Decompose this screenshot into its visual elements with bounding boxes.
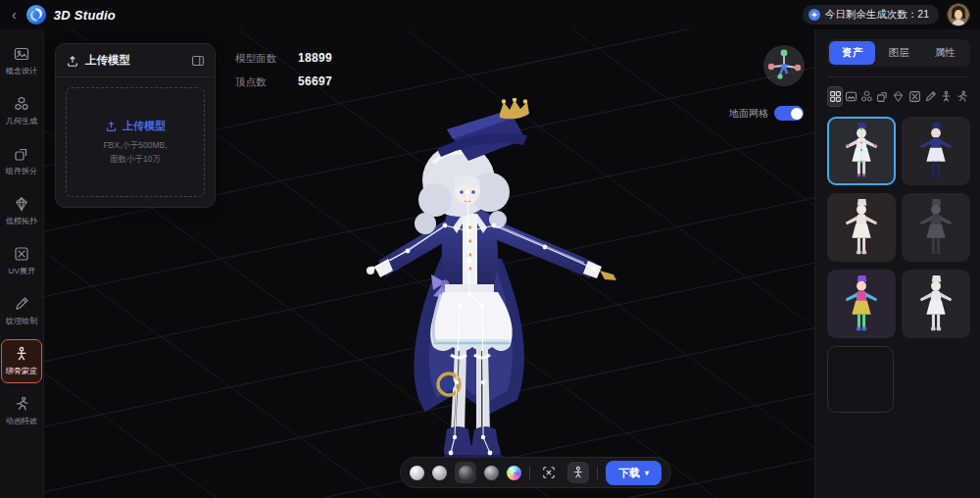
filter-uv-button[interactable] xyxy=(906,86,922,107)
tab-assets[interactable]: 资产 xyxy=(829,41,875,65)
model-stats: 模型面数 18899 顶点数 56697 xyxy=(235,51,332,89)
sidebar-item-uv[interactable]: UV展开 xyxy=(1,239,42,283)
thumbnail-rigged-t-pose[interactable] xyxy=(827,117,896,185)
material-sphere-dark-selected[interactable] xyxy=(455,462,476,483)
ground-grid-switch[interactable] xyxy=(774,106,804,121)
divider xyxy=(56,76,215,77)
sidebar-item-label: 概念设计 xyxy=(6,66,37,77)
sidebar-item-label: 几何生成 xyxy=(6,116,37,127)
download-label: 下载 xyxy=(618,466,640,480)
sidebar-item-label: 动画特效 xyxy=(6,416,37,427)
quota-text: 今日剩余生成次数：21 xyxy=(825,8,929,22)
material-sphere-white[interactable] xyxy=(410,466,424,480)
vertices-value: 56697 xyxy=(298,75,332,88)
divider xyxy=(597,467,598,479)
avatar[interactable] xyxy=(947,3,970,26)
bottom-toolbar: 下载 ▾ xyxy=(400,457,671,488)
animation-runner-icon xyxy=(14,396,29,412)
upload-dropzone[interactable]: 上传模型 FBX,小于500MB, 面数小于10万 xyxy=(66,87,205,197)
upload-cta-label: 上传模型 xyxy=(122,119,166,133)
chevron-down-icon: ▾ xyxy=(645,469,649,477)
sidebar-item-topology[interactable]: 低模拓扑 xyxy=(1,189,42,233)
thumbnail-empty-slot[interactable] xyxy=(827,346,894,413)
thumbnail-clay-pink[interactable] xyxy=(827,193,896,262)
material-sphere-metal[interactable] xyxy=(484,466,499,480)
sidebar-item-rigging[interactable]: 绑骨蒙皮 xyxy=(1,339,42,383)
thumbnail-uv-rainbow[interactable] xyxy=(827,270,896,338)
sidebar-item-label: 低模拓扑 xyxy=(6,216,37,227)
sidebar-item-components[interactable]: 组件拆分 xyxy=(1,139,42,183)
topology-diamond-icon xyxy=(14,196,29,212)
topology-diamond-icon xyxy=(892,90,905,103)
sidebar-item-label: UV展开 xyxy=(8,266,34,277)
filter-rig-button[interactable] xyxy=(939,86,955,107)
filter-all-button[interactable] xyxy=(827,86,843,107)
rig-person-icon xyxy=(940,90,953,103)
vertices-label: 顶点数 xyxy=(235,75,276,89)
sidebar-item-concept[interactable]: 概念设计 xyxy=(1,39,42,83)
uv-unwrap-icon xyxy=(908,90,921,103)
upload-panel-title: 上传模型 xyxy=(85,53,185,68)
grid-all-icon xyxy=(829,90,842,103)
concept-image-icon xyxy=(14,46,29,62)
sidebar-item-texture[interactable]: 纹理绘制 xyxy=(1,289,42,333)
bind-pose-button[interactable] xyxy=(567,462,589,483)
orientation-gizmo[interactable] xyxy=(762,44,806,87)
faces-label: 模型面数 xyxy=(235,52,276,66)
topbar: ‹ 3D Studio 今日剩余生成次数：21 xyxy=(0,0,980,29)
upload-hint-line2: 面数小于10万 xyxy=(110,154,161,164)
concept-image-icon xyxy=(845,90,858,103)
texture-pen-icon xyxy=(924,90,937,103)
app-root: ‹ 3D Studio 今日剩余生成次数：21 xyxy=(0,0,980,498)
tab-properties[interactable]: 属性 xyxy=(922,41,968,65)
filter-topology-button[interactable] xyxy=(891,86,906,107)
animation-runner-icon xyxy=(956,90,968,103)
upload-icon xyxy=(105,120,118,132)
geometry-icon xyxy=(860,90,873,103)
skeleton-frame-button[interactable] xyxy=(538,462,560,483)
sidebar-item-label: 组件拆分 xyxy=(6,166,37,177)
sidebar-item-label: 纹理绘制 xyxy=(6,316,37,327)
viewport-3d[interactable]: 上传模型 上传模型 FBX,小于500MB, 面数小于10万 模型面数 1889… xyxy=(43,29,815,498)
sidebar-item-label: 绑骨蒙皮 xyxy=(6,366,37,377)
filter-texture-button[interactable] xyxy=(922,86,938,107)
components-icon xyxy=(876,90,889,103)
divider xyxy=(529,467,530,479)
quota-badge: 今日剩余生成次数：21 xyxy=(803,5,939,25)
upload-model-panel: 上传模型 上传模型 FBX,小于500MB, 面数小于10万 xyxy=(55,43,216,208)
divider xyxy=(827,76,970,77)
frame-x-icon xyxy=(542,466,556,479)
rig-dots-overlay xyxy=(839,122,884,180)
filter-animation-button[interactable] xyxy=(955,86,970,107)
sidebar-item-animation[interactable]: 动画特效 xyxy=(1,389,42,433)
upload-hint-line1: FBX,小于500MB, xyxy=(103,140,167,150)
right-panel: 资产 图层 属性 xyxy=(814,29,980,498)
ground-grid-label: 地面网格 xyxy=(729,107,768,121)
material-sphere-dark xyxy=(459,466,473,480)
sidebar-item-geometry[interactable]: 几何生成 xyxy=(1,89,42,133)
faces-value: 18899 xyxy=(298,51,332,65)
upload-icon xyxy=(66,54,79,68)
material-sphere-rainbow[interactable] xyxy=(507,466,521,480)
thumbnail-shaded-dark[interactable] xyxy=(902,117,970,185)
asset-filter-iconrow xyxy=(827,86,970,107)
texture-pen-icon xyxy=(14,296,29,312)
download-button[interactable]: 下载 ▾ xyxy=(606,461,662,485)
tab-layers[interactable]: 图层 xyxy=(875,41,921,65)
components-icon xyxy=(14,146,29,162)
back-button[interactable]: ‹ xyxy=(10,8,19,22)
filter-geometry-button[interactable] xyxy=(858,86,874,107)
rig-person-icon xyxy=(14,346,29,362)
character-model[interactable] xyxy=(343,98,637,473)
thumbnail-wireframe-dim[interactable] xyxy=(902,193,970,262)
collapse-panel-icon[interactable] xyxy=(191,54,205,68)
filter-components-button[interactable] xyxy=(875,86,891,107)
left-sidebar: 概念设计 几何生成 组件拆分 低模拓扑 UV展开 纹理绘制 绑骨蒙皮 动画特效 xyxy=(0,29,44,498)
thumbnail-clay-white[interactable] xyxy=(902,270,970,338)
switch-knob xyxy=(791,108,803,120)
asset-thumbnail-grid xyxy=(827,117,970,338)
app-title: 3D Studio xyxy=(54,8,116,23)
material-sphere-light-gray[interactable] xyxy=(432,466,447,480)
app-logo-icon xyxy=(26,5,46,25)
filter-concept-button[interactable] xyxy=(843,86,858,107)
